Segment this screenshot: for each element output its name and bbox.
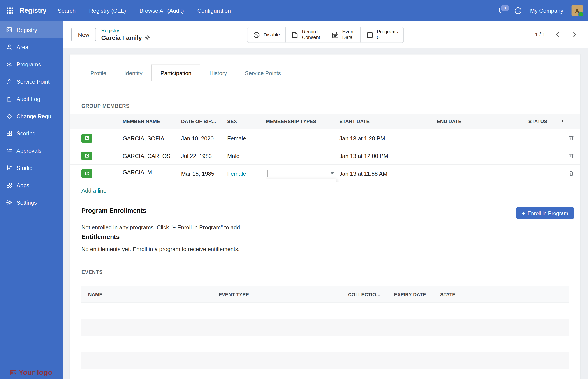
column-header-membership-types[interactable]: MEMBERSHIP TYPES — [266, 118, 340, 124]
column-header-state[interactable]: STATE — [434, 292, 569, 297]
column-header-event-type[interactable]: EVENT TYPE — [212, 292, 341, 297]
cell-member-name: GARCIA, CARLOS — [122, 153, 181, 159]
pager-previous-button[interactable] — [552, 29, 563, 40]
control-panel: New Registry Garcia Family Disable — [63, 21, 588, 48]
table-row: GARCIA, CARLOS Jul 22, 1983 Male Jan 13 … — [70, 147, 580, 165]
action-label: Event — [342, 29, 355, 35]
sidebar-item-label: Service Point — [16, 78, 49, 85]
column-header-expiry-date[interactable]: EXPIRY DATE — [388, 292, 434, 297]
column-header-member-name[interactable]: MEMBER NAME — [122, 118, 181, 124]
add-a-line-link[interactable]: Add a line — [81, 187, 106, 194]
sidebar-item-approvals[interactable]: Approvals — [0, 142, 63, 159]
apps-menu-button[interactable] — [0, 0, 19, 21]
events-table: NAME EVENT TYPE COLLECTIO... EXPIRY DATE… — [81, 286, 569, 379]
enroll-in-program-button[interactable]: + Enroll in Program — [516, 207, 574, 219]
column-header-date-of-birth[interactable]: DATE OF BIR... — [181, 118, 227, 124]
tab-profile[interactable]: Profile — [81, 65, 115, 81]
cell-date-of-birth-editing[interactable]: Mar 15, 1985 — [181, 170, 227, 176]
delete-row-button[interactable] — [566, 135, 579, 141]
top-navbar: Registry Search Registry (CEL) Browse Al… — [0, 0, 588, 21]
user-avatar[interactable]: A — [572, 5, 583, 16]
navbar-left: Registry Search Registry (CEL) Browse Al… — [0, 0, 231, 21]
events-empty-row — [81, 352, 569, 369]
status-header-label: STATUS — [528, 118, 547, 124]
program-enrollments-header-row: Program Enrollments + Enroll in Program — [81, 207, 574, 219]
table-row-editing: GARCIA, M... Mar 15, 1985 Female Head Se… — [70, 164, 580, 182]
add-line-row: Add a line — [70, 182, 580, 198]
sidebar-item-studio[interactable]: Studio — [0, 159, 63, 176]
sidebar-item-area[interactable]: Area — [0, 38, 63, 56]
membership-types-combobox[interactable]: Head Search more... — [266, 165, 340, 182]
record-action-group: Disable Record Consent Event Data — [247, 27, 404, 43]
pager-counter: 1 / 1 — [535, 32, 545, 37]
sort-asc-icon — [561, 120, 564, 123]
sidebar-item-scoring[interactable]: Scoring — [0, 125, 63, 142]
events-empty-row — [81, 319, 569, 336]
sidebar-item-registry[interactable]: Registry — [0, 21, 63, 38]
menu-item-configuration[interactable]: Configuration — [197, 7, 231, 14]
studio-icon — [6, 165, 12, 171]
tab-history[interactable]: History — [200, 65, 236, 81]
tab-identity[interactable]: Identity — [115, 65, 151, 81]
program-enrollments-empty-text: Not enrolled in any programs. Click "+ E… — [81, 224, 580, 230]
event-data-button[interactable]: Event Data — [326, 27, 360, 43]
breadcrumb-parent-link[interactable]: Registry — [101, 28, 150, 34]
change-requests-icon — [6, 113, 12, 119]
group-members-table: MEMBER NAME DATE OF BIR... SEX MEMBERSHI… — [70, 114, 580, 198]
column-header-start-date[interactable]: START DATE — [339, 118, 437, 124]
sidebar-item-apps[interactable]: Apps — [0, 176, 63, 194]
disable-button[interactable]: Disable — [247, 27, 286, 43]
tab-participation[interactable]: Participation — [151, 65, 200, 81]
pager-next-button[interactable] — [569, 29, 580, 40]
sidebar-item-audit-log[interactable]: Audit Log — [0, 90, 63, 107]
dropdown-caret-icon[interactable] — [330, 172, 334, 174]
menu-item-browse-all-audit[interactable]: Browse All (Audit) — [139, 7, 184, 14]
column-header-sex[interactable]: SEX — [227, 118, 266, 124]
open-record-button[interactable] — [81, 134, 92, 142]
sidebar-item-settings[interactable]: Settings — [0, 194, 63, 211]
sidebar-item-label: Programs — [16, 61, 41, 67]
open-record-button[interactable] — [81, 151, 92, 160]
open-record-button[interactable] — [81, 169, 92, 178]
messages-button[interactable]: 3 — [498, 7, 506, 15]
sidebar-item-label: Approvals — [16, 147, 41, 154]
column-header-name[interactable]: NAME — [81, 292, 212, 297]
current-app-name: Registry — [19, 7, 46, 15]
page-title: Garcia Family — [101, 34, 142, 41]
service-point-icon — [6, 78, 12, 85]
sidebar-item-service-point[interactable]: Service Point — [0, 73, 63, 90]
messages-count-badge: 3 — [500, 4, 510, 12]
member-name-field[interactable]: GARCIA, M... — [122, 169, 179, 178]
entitlements-heading: Entitlements — [81, 233, 580, 241]
programs-stat-button[interactable]: Programs 0 — [360, 27, 404, 43]
sidebar-item-programs[interactable]: Programs — [0, 56, 63, 73]
cell-member-name-editing[interactable]: GARCIA, M... — [122, 169, 181, 178]
gear-icon[interactable] — [145, 35, 150, 41]
events-empty-row — [81, 369, 569, 379]
new-button[interactable]: New — [71, 28, 96, 41]
cell-sex: Female — [227, 135, 266, 141]
approvals-icon — [6, 147, 12, 154]
sidebar-item-label: Apps — [16, 182, 29, 188]
column-header-status[interactable]: STATUS — [528, 118, 566, 124]
action-label: Disable — [264, 32, 280, 38]
activities-button[interactable] — [514, 7, 522, 15]
delete-row-button[interactable] — [566, 171, 579, 176]
tab-service-points[interactable]: Service Points — [236, 65, 290, 81]
column-header-end-date[interactable]: END DATE — [437, 118, 528, 124]
programs-action-icon — [366, 31, 374, 39]
logo-icon — [10, 370, 17, 376]
company-menu[interactable]: My Company — [530, 7, 563, 14]
record-consent-button[interactable]: Record Consent — [286, 27, 326, 43]
menu-item-registry-cel[interactable]: Registry (CEL) — [89, 7, 126, 14]
action-label: Data — [342, 35, 355, 41]
cell-date-of-birth: Jan 10, 2020 — [181, 135, 227, 141]
cell-sex-editing[interactable]: Female — [227, 170, 266, 176]
menu-item-search[interactable]: Search — [58, 7, 75, 14]
delete-icon — [568, 135, 574, 141]
column-header-collection[interactable]: COLLECTIO... — [341, 292, 388, 297]
delete-row-button[interactable] — [566, 153, 579, 158]
sidebar-item-change-requests[interactable]: Change Requ... — [0, 107, 63, 125]
program-enrollments-heading: Program Enrollments — [81, 207, 146, 215]
scoring-icon — [6, 130, 12, 137]
